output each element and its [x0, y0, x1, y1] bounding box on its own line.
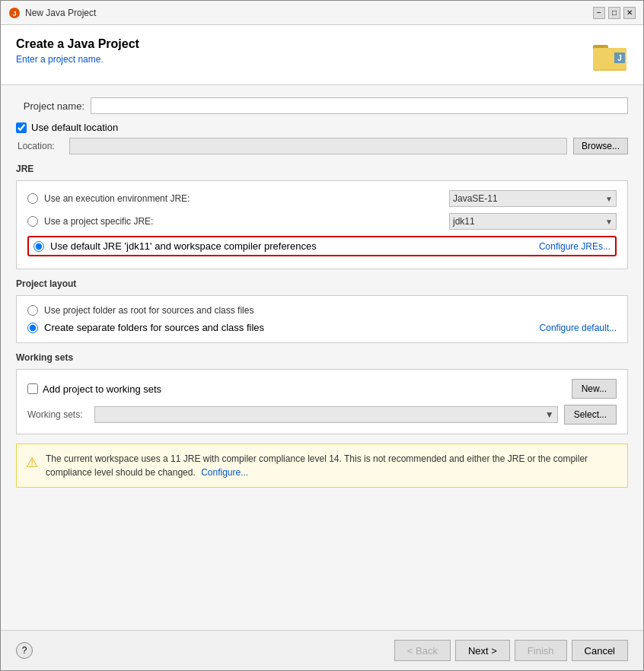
- finish-button[interactable]: Finish: [515, 640, 567, 661]
- jre-option3-left: Use default JRE 'jdk11' and workspace co…: [33, 240, 317, 252]
- layout-option2-radio[interactable]: [27, 323, 38, 333]
- select-working-set-button[interactable]: Select...: [564, 405, 617, 425]
- jre-option2-dropdown[interactable]: jdk11 ▼: [449, 213, 617, 230]
- project-layout-label: Project layout: [16, 278, 628, 289]
- configure-jres-link[interactable]: Configure JREs...: [539, 241, 611, 252]
- working-sets-box: Add project to working sets New... Worki…: [16, 369, 628, 434]
- jre-option3-label: Use default JRE 'jdk11' and workspace co…: [50, 240, 317, 252]
- dropdown2-arrow: ▼: [605, 218, 613, 226]
- footer-left: ?: [16, 642, 33, 659]
- warning-box: ⚠ The current workspace uses a 11 JRE wi…: [16, 444, 628, 488]
- working-sets-input-row: Working sets: ▼ Select...: [27, 405, 617, 425]
- jre-option1-radio[interactable]: [27, 193, 38, 204]
- layout-option2-row: Create separate folders for sources and …: [27, 322, 617, 333]
- titlebar-left: J New Java Project: [8, 7, 96, 19]
- location-row: Location: D:\Project\eclipseForJava Brow…: [18, 138, 628, 154]
- new-working-set-button[interactable]: New...: [572, 379, 617, 399]
- dialog-title: Create a Java Project: [16, 37, 139, 51]
- svg-text:J: J: [12, 10, 16, 17]
- layout-option1-label: Use project folder as root for sources a…: [44, 305, 617, 316]
- titlebar: J New Java Project − □ ✕: [1, 1, 643, 25]
- jre-option1-row: Use an execution environment JRE: JavaSE…: [27, 190, 617, 207]
- working-sets-dropdown-arrow: ▼: [545, 409, 554, 420]
- layout-option2-label: Create separate folders for sources and …: [44, 322, 264, 333]
- window-title: New Java Project: [25, 8, 96, 18]
- warning-configure-link[interactable]: Configure...: [201, 467, 248, 478]
- main-content: Project name: Use default location Locat…: [1, 85, 643, 630]
- minimize-button[interactable]: −: [593, 7, 605, 19]
- browse-button[interactable]: Browse...: [573, 138, 628, 154]
- close-button[interactable]: ✕: [623, 7, 636, 19]
- jre-option1-dropdown[interactable]: JavaSE-11 ▼: [449, 190, 617, 207]
- jre-option2-label: Use a project specific JRE:: [44, 216, 443, 227]
- jre-option1-label: Use an execution environment JRE:: [44, 193, 443, 204]
- svg-text:J: J: [617, 54, 622, 62]
- use-default-location-label: Use default location: [31, 122, 118, 133]
- add-to-working-sets-label: Add project to working sets: [43, 383, 161, 395]
- default-location-row: Use default location: [16, 122, 628, 133]
- project-layout-box: Use project folder as root for sources a…: [16, 295, 628, 343]
- dropdown1-arrow: ▼: [605, 195, 613, 203]
- working-sets-label: Working sets:: [27, 409, 88, 420]
- restore-button[interactable]: □: [608, 7, 620, 19]
- next-button[interactable]: Next >: [455, 640, 510, 661]
- header-folder-icon: J: [591, 37, 628, 74]
- project-name-row: Project name:: [16, 97, 628, 114]
- warning-text: The current workspace uses a 11 JRE with…: [46, 452, 618, 479]
- working-sets-dropdown[interactable]: ▼: [94, 406, 558, 423]
- dialog-subtitle: Enter a project name.: [16, 54, 139, 65]
- dialog-header: Create a Java Project Enter a project na…: [1, 25, 643, 85]
- working-sets-add-row: Add project to working sets New...: [27, 379, 617, 399]
- jre-option2-row: Use a project specific JRE: jdk11 ▼: [27, 213, 617, 230]
- jre-section-label: JRE: [16, 164, 628, 174]
- working-sets-section-label: Working sets: [16, 352, 628, 363]
- location-label: Location:: [18, 141, 63, 151]
- header-text: Create a Java Project Enter a project na…: [16, 37, 139, 65]
- jre-option3-radio[interactable]: [33, 241, 44, 252]
- cancel-button[interactable]: Cancel: [572, 640, 628, 661]
- back-button[interactable]: < Back: [394, 640, 451, 661]
- configure-default-link[interactable]: Configure default...: [540, 323, 617, 333]
- jre-option3-highlighted-row: Use default JRE 'jdk11' and workspace co…: [27, 236, 617, 256]
- jre-option2-radio[interactable]: [27, 216, 38, 227]
- titlebar-controls: − □ ✕: [593, 7, 636, 19]
- project-name-label: Project name:: [16, 100, 84, 112]
- help-button[interactable]: ?: [16, 642, 33, 659]
- jre-section-box: Use an execution environment JRE: JavaSE…: [16, 180, 628, 269]
- app-icon: J: [8, 7, 21, 19]
- location-input[interactable]: D:\Project\eclipseForJava: [69, 138, 567, 154]
- add-to-working-sets-checkbox[interactable]: [27, 383, 38, 394]
- dialog-footer: ? < Back Next > Finish Cancel: [1, 630, 643, 670]
- footer-buttons: < Back Next > Finish Cancel: [394, 640, 628, 661]
- layout-option1-radio[interactable]: [27, 305, 38, 316]
- warning-icon: ⚠: [26, 453, 38, 473]
- layout-option1-row: Use project folder as root for sources a…: [27, 305, 617, 316]
- project-name-input[interactable]: [91, 97, 628, 114]
- use-default-location-checkbox[interactable]: [16, 122, 27, 133]
